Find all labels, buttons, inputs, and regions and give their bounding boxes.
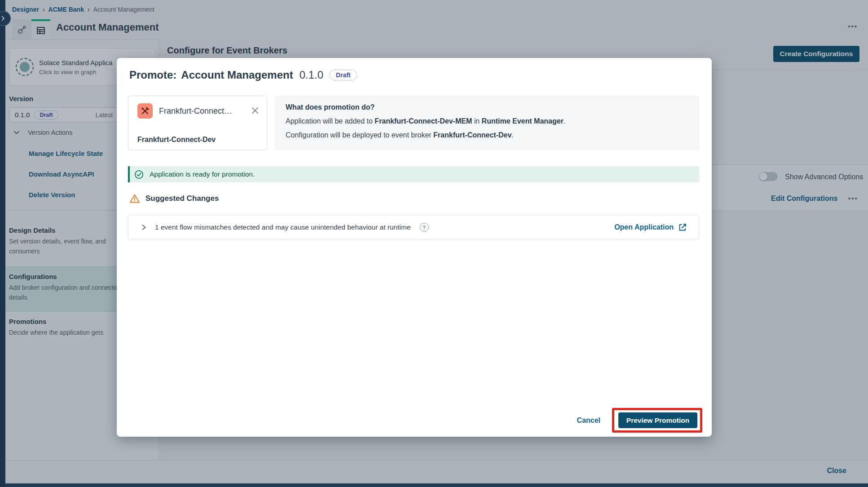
modal-title-prefix: Promote: bbox=[129, 69, 176, 81]
warning-triangle-icon bbox=[129, 194, 140, 204]
chevron-right-icon bbox=[141, 224, 147, 230]
external-link-icon bbox=[678, 223, 687, 232]
promotion-info-line2: Configuration will be deployed to event … bbox=[286, 131, 688, 139]
close-icon bbox=[251, 106, 260, 115]
help-icon[interactable]: ? bbox=[420, 223, 429, 232]
draft-status-badge: Draft bbox=[330, 70, 357, 80]
mismatch-message: 1 event flow mismatches detected and may… bbox=[155, 223, 411, 231]
target-environment-name: Frankfurt-Connect… bbox=[159, 106, 232, 116]
modal-title-name: Account Management bbox=[181, 69, 293, 81]
suggested-changes-heading: Suggested Changes bbox=[129, 194, 219, 204]
ready-banner: Application is ready for promotion. bbox=[128, 166, 699, 182]
promotion-info-heading: What does promotion do? bbox=[286, 103, 688, 111]
modal-title-version: 0.1.0 bbox=[300, 69, 323, 81]
target-environment-card: Frankfurt-Connect… Frankfurt-Connect-Dev bbox=[128, 96, 267, 151]
remove-target-button[interactable] bbox=[251, 106, 260, 115]
promotion-info-line1: Application will be added to Frankfurt-C… bbox=[286, 117, 688, 125]
promotion-info-panel: What does promotion do? Application will… bbox=[275, 96, 699, 151]
cancel-button[interactable]: Cancel bbox=[577, 416, 600, 425]
preview-promotion-button[interactable]: Preview Promotion bbox=[618, 412, 697, 428]
target-broker-name: Frankfurt-Connect-Dev bbox=[137, 136, 216, 144]
mismatch-expandable-row[interactable]: 1 event flow mismatches detected and may… bbox=[128, 215, 699, 240]
suggested-changes-label: Suggested Changes bbox=[145, 194, 219, 203]
modal-title: Promote: Account Management 0.1.0 Draft bbox=[129, 69, 357, 81]
ready-banner-text: Application is ready for promotion. bbox=[150, 170, 255, 178]
open-application-link[interactable]: Open Application bbox=[614, 223, 687, 232]
promote-modal: Promote: Account Management 0.1.0 Draft … bbox=[117, 58, 712, 437]
check-circle-icon bbox=[134, 170, 144, 179]
broker-tools-icon bbox=[137, 103, 153, 119]
